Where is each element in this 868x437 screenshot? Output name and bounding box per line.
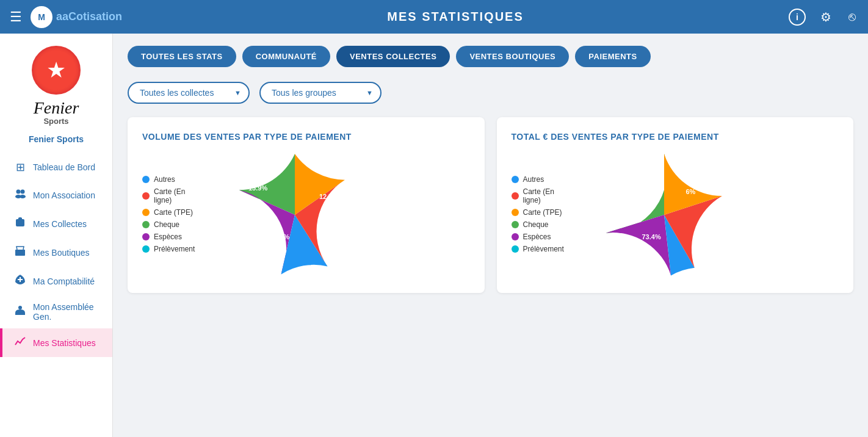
svg-text:M: M [38,12,45,22]
tab-ventes-boutiques[interactable]: VENTES BOUTIQUES [456,46,569,67]
legend-item-cheque: Cheque [142,220,222,229]
legend-dot-prelevement-t [512,245,519,253]
legend-dot-autres-t [512,176,519,183]
statistiques-icon [13,335,27,350]
svg-rect-6 [16,219,24,226]
svg-point-2 [16,190,21,194]
logo-icon: M [31,6,52,28]
total-chart-title: TOTAL € DES VENTES PAR TYPE DE PAIEMENT [512,132,839,142]
collectes-icon [13,216,27,231]
nav-icons: i ⚙ ⎋ [789,7,858,27]
legend-dot-especes-t [512,233,519,240]
hamburger-menu[interactable]: ☰ [10,9,22,25]
legend-item-autres: Autres [142,175,222,184]
sidebar-item-label: Mon Association [33,190,95,200]
svg-point-5 [20,195,26,198]
svg-point-8 [18,252,20,254]
tabs-bar: TOUTES LES STATS COMMUNAUTÉ VENTES COLLE… [128,46,853,67]
tab-toutes-stats[interactable]: TOUTES LES STATS [128,46,236,67]
legend-item-carte-tpe-t: Carte (TPE) [512,208,591,217]
sidebar-item-label: Mon Assemblée Gen. [33,302,101,322]
legend-dot-autres [142,176,150,183]
sidebar-item-mon-association[interactable]: Mon Association [0,181,112,209]
svg-point-9 [21,252,23,254]
total-chart-content: Autres Carte (Enligne) Carte (TPE) [512,154,839,278]
legend-dot-carte-en-ligne-t [512,192,519,200]
sidebar-item-mon-assemblee[interactable]: Mon Assemblée Gen. [0,295,112,328]
collectes-filter[interactable]: Toutes les collectes Collecte 1 [128,82,250,104]
legend-dot-cheque-t [512,221,519,228]
sidebar-item-label: Ma Comptabilité [33,276,95,286]
legend-dot-carte-tpe [142,209,150,216]
brand-name: Fenier [34,99,79,117]
page-title: MES STATISTIQUES [122,10,789,24]
legend-item-prelevement: Prélèvement [142,245,222,253]
volume-chart-content: Autres Carte (Enligne) Carte (TPE) [142,154,470,278]
total-pie-svg [603,154,725,276]
tab-communaute[interactable]: COMMUNAUTÉ [242,46,330,67]
brand-subtitle: Sports [43,117,68,126]
legend-dot-carte-tpe-t [512,209,519,216]
sidebar-item-tableau-de-bord[interactable]: ⊞ Tableau de Bord [0,154,112,181]
svg-point-3 [21,190,25,194]
tab-paiements[interactable]: PAIEMENTS [575,46,650,67]
legend-item-autres-t: Autres [512,175,591,184]
volume-chart-title: VOLUME DES VENTES PAR TYPE DE PAIEMENT [142,132,470,142]
volume-chart-card: VOLUME DES VENTES PAR TYPE DE PAIEMENT A… [128,117,485,293]
top-navigation: ☰ M aaCotisation MES STATISTIQUES i ⚙ ⎋ [0,0,868,34]
volume-legend: Autres Carte (Enligne) Carte (TPE) [142,175,222,257]
volume-pie-svg [234,154,356,276]
legend-dot-prelevement [142,245,150,253]
sidebar-item-label: Tableau de Bord [33,162,95,172]
comptabilite-icon [13,273,27,289]
legend-item-carte-en-ligne-t: Carte (Enligne) [512,187,591,204]
legend-item-carte-tpe: Carte (TPE) [142,208,222,217]
sidebar-item-mes-collectes[interactable]: Mes Collectes [0,209,112,238]
legend-dot-especes [142,233,150,240]
svg-point-10 [18,306,22,309]
main-content: TOUTES LES STATS COMMUNAUTÉ VENTES COLLE… [113,34,868,437]
sidebar-item-label: Mes Statistiques [33,338,96,348]
logo-area: M aaCotisation [31,6,122,28]
legend-item-cheque-t: Cheque [512,220,591,229]
sidebar-menu: ⊞ Tableau de Bord Mon Association Mes Co… [0,154,112,357]
legend-item-prelevement-t: Prélèvement [512,245,591,253]
legend-item-especes: Espèces [142,233,222,241]
legend-item-especes-t: Espèces [512,233,591,241]
logout-icon[interactable]: ⎋ [846,7,858,26]
assemblee-icon [13,305,27,320]
boutiques-icon [13,245,27,260]
total-legend: Autres Carte (Enligne) Carte (TPE) [512,175,591,257]
sidebar: Fenier Sports Fenier Sports ⊞ Tableau de… [0,34,113,437]
collectes-filter-wrapper: Toutes les collectes Collecte 1 [128,82,250,104]
legend-item-carte-en-ligne: Carte (Enligne) [142,187,222,204]
avatar [32,46,81,95]
groupes-filter[interactable]: Tous les groupes Groupe 1 [259,82,382,104]
filters-row: Toutes les collectes Collecte 1 Tous les… [128,82,853,104]
main-layout: Fenier Sports Fenier Sports ⊞ Tableau de… [0,34,868,437]
dashboard-icon: ⊞ [13,161,27,174]
sidebar-item-mes-statistiques[interactable]: Mes Statistiques [0,328,112,357]
svg-rect-7 [15,250,25,256]
org-name: Fenier Sports [29,134,84,144]
total-chart-card: TOTAL € DES VENTES PAR TYPE DE PAIEMENT … [497,117,854,293]
sidebar-item-label: Mes Boutiques [33,248,90,258]
association-icon [13,187,27,203]
groupes-filter-wrapper: Tous les groupes Groupe 1 [259,82,382,104]
charts-row: VOLUME DES VENTES PAR TYPE DE PAIEMENT A… [128,117,853,293]
tab-ventes-collectes[interactable]: VENTES COLLECTES [336,46,450,67]
sidebar-item-mes-boutiques[interactable]: Mes Boutiques [0,238,112,267]
settings-icon[interactable]: ⚙ [818,7,834,27]
sidebar-logo: Fenier Sports [32,46,81,126]
info-icon[interactable]: i [789,9,806,26]
sidebar-item-label: Mes Collectes [33,219,87,229]
legend-dot-carte-en-ligne [142,192,150,200]
total-pie: 6% 12.4% 73.4% [603,154,725,278]
volume-pie: 12.7% 8.7% 59.5% 15.9% [234,154,356,278]
sidebar-item-ma-comptabilite[interactable]: Ma Comptabilité [0,267,112,295]
legend-dot-cheque [142,221,150,228]
logo-text: aaCotisation [56,10,122,23]
